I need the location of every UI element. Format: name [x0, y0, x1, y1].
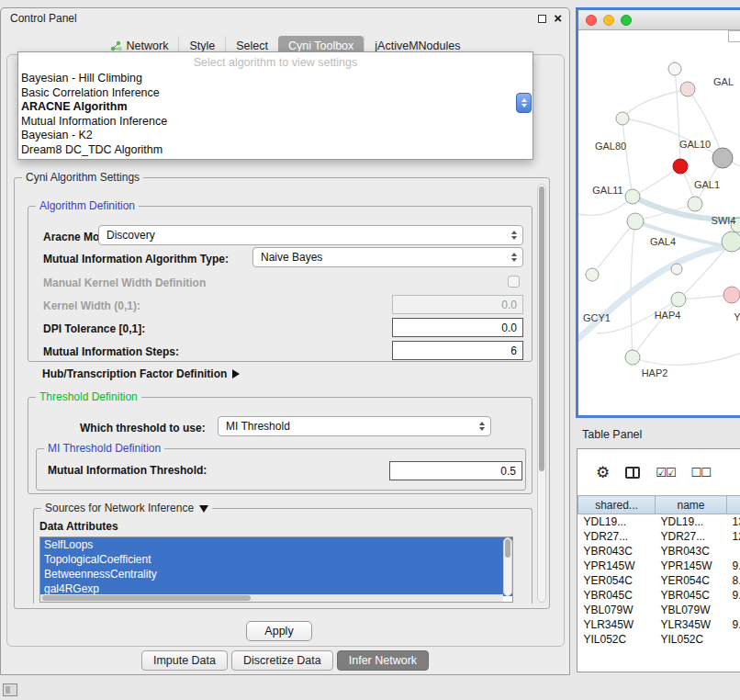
mi-steps-field[interactable]: [392, 341, 523, 360]
network-node-hap2[interactable]: [625, 350, 640, 365]
cell[interactable]: 9.: [727, 588, 740, 603]
cell[interactable]: YBR045C: [656, 588, 727, 603]
table-row[interactable]: YBR045C YBR045C 9.: [578, 588, 740, 603]
network-node-gal10[interactable]: [712, 148, 733, 168]
cell[interactable]: 9.: [727, 559, 740, 573]
table-row[interactable]: YER054C YER054C 8.: [578, 573, 740, 588]
sources-expander[interactable]: Sources for Network Inference: [41, 502, 212, 514]
cell[interactable]: YBR043C: [578, 544, 656, 559]
network-node-gal4[interactable]: [627, 213, 644, 230]
network-node[interactable]: [668, 62, 681, 75]
tab-discretize-data[interactable]: Discretize Data: [231, 650, 333, 671]
network-node[interactable]: [671, 264, 682, 275]
network-canvas[interactable]: GAL80 GAL10 GAL11 GAL1 SWI4 GAL4 GCY1 HA…: [578, 30, 740, 415]
cell[interactable]: YLR345W: [656, 617, 727, 632]
column-header-name[interactable]: name: [656, 496, 727, 514]
close-window-icon[interactable]: ×: [554, 13, 562, 24]
cell[interactable]: 12: [727, 529, 740, 544]
table-row[interactable]: YBR043C YBR043C: [578, 544, 740, 559]
column-header-extra[interactable]: [727, 496, 740, 514]
restore-panel-icon[interactable]: [3, 683, 17, 696]
window-title: Control Panel: [10, 12, 77, 25]
aracne-mode-select[interactable]: Discovery: [98, 225, 523, 245]
manual-kernel-checkbox[interactable]: [508, 276, 520, 288]
cell[interactable]: YPR145W: [656, 559, 727, 573]
hub-definition-expander[interactable]: Hub/Transcription Factor Definition: [42, 367, 240, 380]
algorithm-option[interactable]: Basic Correlation Inference: [18, 86, 533, 101]
network-node-gal80[interactable]: [616, 112, 629, 125]
settings-vertical-scrollbar[interactable]: [537, 184, 546, 603]
cell[interactable]: [727, 632, 740, 647]
cell[interactable]: YBL079W: [656, 603, 727, 617]
cell[interactable]: [727, 544, 740, 559]
algorithm-option[interactable]: Mutual Information Inference: [18, 115, 533, 130]
control-panel-window: Control Panel × Network: [0, 7, 570, 675]
columns-icon[interactable]: [625, 467, 640, 479]
table-row[interactable]: YLR345W YLR345W 9.: [578, 617, 740, 632]
tab-impute-data[interactable]: Impute Data: [141, 650, 228, 671]
network-node-gal1[interactable]: [688, 197, 702, 211]
network-node[interactable]: [723, 287, 740, 303]
apply-button[interactable]: Apply: [246, 621, 312, 641]
list-vertical-scrollbar[interactable]: [503, 537, 512, 596]
algorithm-option-selected[interactable]: ARACNE Algorithm: [18, 100, 533, 115]
list-item[interactable]: SelfLoops: [40, 537, 512, 552]
table-row[interactable]: YPR145W YPR145W 9.: [578, 559, 740, 573]
minimize-traffic-light[interactable]: [603, 15, 614, 26]
column-header-shared[interactable]: shared...: [578, 496, 656, 514]
list-item[interactable]: BetweennessCentrality: [40, 567, 512, 581]
apply-button-label: Apply: [264, 625, 293, 638]
gear-icon[interactable]: ⚙: [596, 465, 610, 480]
float-window-icon[interactable]: [538, 15, 546, 23]
tab-label: Network: [127, 40, 169, 52]
mi-type-select[interactable]: Naive Bayes: [252, 247, 523, 267]
table-row[interactable]: YIL052C YIL052C: [578, 632, 740, 647]
cell[interactable]: YDL19...: [656, 514, 727, 529]
network-node-hap4[interactable]: [671, 292, 686, 307]
network-node-selected-red[interactable]: [673, 159, 688, 174]
cell[interactable]: YER054C: [656, 573, 727, 588]
cell[interactable]: [727, 603, 740, 617]
table-row[interactable]: YBL079W YBL079W: [578, 603, 740, 617]
show-all-columns-icon[interactable]: ☑☑: [656, 466, 675, 480]
cell[interactable]: YPR145W: [578, 559, 656, 573]
algorithm-option[interactable]: Bayesian - Hill Climbing: [18, 72, 533, 86]
tab-label: Style: [189, 40, 215, 52]
hide-all-columns-icon[interactable]: ☐☐: [691, 466, 711, 480]
table-row[interactable]: YDL19... YDL19... 13: [578, 514, 740, 529]
cell[interactable]: YBR043C: [656, 544, 727, 559]
algorithm-option[interactable]: Dream8 DC_TDC Algorithm: [18, 143, 533, 158]
network-node-gal11[interactable]: [625, 189, 640, 204]
close-traffic-light[interactable]: [586, 15, 597, 26]
cell[interactable]: YLR345W: [578, 617, 656, 632]
cell[interactable]: YIL052C: [578, 632, 656, 647]
cell[interactable]: YDL19...: [578, 514, 656, 529]
combo-stepper-icon: [511, 231, 517, 240]
cell[interactable]: YBL079W: [578, 603, 656, 617]
settings-group-title: Cyni Algorithm Settings: [22, 171, 143, 184]
cell[interactable]: YBR045C: [578, 588, 656, 603]
network-node[interactable]: [586, 268, 599, 281]
cell[interactable]: 9.: [727, 617, 740, 632]
network-node-gal[interactable]: [680, 82, 695, 96]
cell[interactable]: 13: [727, 514, 740, 529]
dpi-tolerance-field[interactable]: [392, 318, 523, 337]
zoom-traffic-light[interactable]: [621, 15, 632, 26]
list-item[interactable]: TopologicalCoefficient: [40, 552, 512, 567]
mi-threshold-field[interactable]: [389, 461, 522, 480]
list-horizontal-scrollbar[interactable]: [40, 594, 503, 602]
cell[interactable]: YDR27...: [578, 529, 656, 544]
cell[interactable]: 8.: [727, 573, 740, 588]
cell[interactable]: YDR27...: [656, 529, 727, 544]
kernel-width-field[interactable]: [392, 295, 523, 314]
tab-infer-network[interactable]: Infer Network: [337, 650, 429, 671]
network-node[interactable]: [722, 231, 740, 252]
cell[interactable]: YER054C: [578, 573, 656, 588]
algorithm-combobox-stepper[interactable]: [516, 93, 532, 113]
which-threshold-select[interactable]: MI Threshold: [218, 416, 491, 436]
network-window-titlebar: [578, 10, 740, 30]
table-row[interactable]: YDR27... YDR27... 12: [578, 529, 740, 544]
cell[interactable]: YIL052C: [656, 632, 727, 647]
tab-label: Select: [236, 40, 268, 52]
algorithm-option[interactable]: Bayesian - K2: [18, 129, 533, 143]
